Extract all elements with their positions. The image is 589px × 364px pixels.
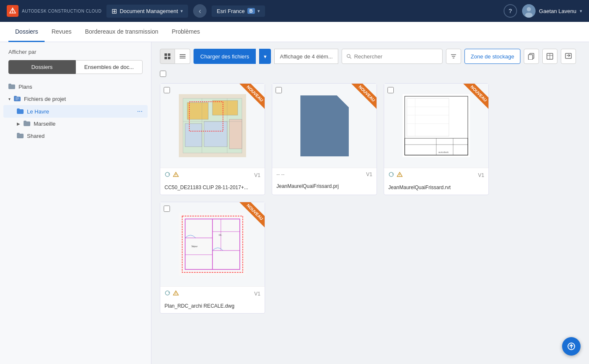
app-title-btn[interactable]: ⊞ Document Management ▾ (106, 5, 188, 18)
select-all-row (160, 71, 581, 78)
tab-dossiers[interactable]: Dossiers (8, 22, 45, 42)
file-checkbox[interactable] (387, 87, 394, 93)
svg-rect-14 (180, 58, 186, 58)
nouveau-badge: NOUVEAU (455, 84, 488, 117)
nouveau-badge-text: NOUVEAU (462, 84, 488, 110)
file-version: V1 (254, 172, 260, 178)
float-action-btn[interactable] (562, 337, 581, 356)
file-card: Séjour Ch. NOUVEAU (160, 202, 265, 314)
plans-label: Plans (19, 84, 143, 90)
svg-point-3 (527, 7, 531, 11)
select-all-checkbox[interactable] (160, 71, 166, 77)
upload-dropdown-btn[interactable]: ▾ (259, 49, 271, 64)
back-button[interactable]: ‹ (193, 4, 207, 18)
tab-bordereaux[interactable]: Bordereaux de transmission (78, 22, 165, 42)
file-name: JeanMaurelQuaiFrissard.rvt (384, 182, 488, 195)
project-badge: B (247, 8, 255, 14)
search-input[interactable] (354, 53, 438, 60)
le-havre-more-btn[interactable]: ··· (137, 108, 143, 115)
display-count-label: Affichage de 4 élém... (274, 49, 338, 64)
file-version: V1 (366, 171, 372, 177)
file-card: NOUVEAU V1 CC50_DE21183 CLIP 28-11-2017+ (160, 83, 265, 195)
view-toggle-group: Dossiers Ensembles de doc... (8, 60, 143, 74)
svg-rect-13 (180, 56, 186, 57)
file-thumbnail: Séjour Ch. NOUVEAU (160, 202, 265, 286)
file-checkbox[interactable] (164, 206, 170, 212)
project-selector[interactable]: Esri France B ▾ (212, 5, 265, 17)
nouveau-badge-text: NOUVEAU (239, 84, 265, 110)
file-card-footer: V1 (384, 168, 488, 182)
table-btn[interactable] (542, 49, 557, 64)
file-version: V1 (254, 291, 260, 297)
upload-arrow-icon: ▾ (264, 53, 267, 60)
svg-rect-9 (168, 53, 170, 56)
nouveau-badge: NOUVEAU (343, 84, 377, 117)
le-havre-folder-icon (17, 108, 24, 115)
content-area: Charger des fichiers ▾ Affichage de 4 él… (151, 42, 589, 364)
main-layout: Afficher par Dossiers Ensembles de doc..… (0, 42, 589, 364)
grid-view-btn[interactable] (160, 49, 175, 64)
search-icon (346, 53, 352, 59)
copy-icon (528, 53, 535, 60)
brand-label: AUTODESK CONSTRUCTION CLOUD (22, 9, 101, 13)
app-title-arrow: ▾ (180, 8, 183, 14)
svg-rect-12 (180, 54, 186, 55)
project-arrow: ▾ (257, 8, 260, 14)
expand-arrow-fichiers: ▾ (8, 97, 11, 101)
svg-rect-7 (16, 100, 18, 100)
svg-rect-11 (168, 57, 170, 59)
user-menu[interactable]: Gaetan Lavenu ▾ (522, 4, 582, 18)
dossiers-btn[interactable]: Dossiers (8, 60, 76, 74)
list-view-btn[interactable] (175, 49, 190, 64)
sidebar-item-plans[interactable]: Plans (3, 81, 148, 93)
app-logo: AUTODESK CONSTRUCTION CLOUD (7, 5, 101, 17)
sidebar-item-fichiers[interactable]: ▾ Fichiers de projet (3, 93, 148, 105)
file-card-icons: -- -- (276, 171, 284, 177)
svg-rect-33 (229, 119, 242, 149)
svg-rect-21 (528, 55, 533, 60)
export-btn[interactable] (561, 49, 576, 64)
file-name: JeanMaurelQuaiFrissard.prj (272, 181, 377, 193)
sync-icon (164, 290, 170, 297)
filter-btn[interactable] (446, 49, 461, 64)
file-name: Plan_RDC_archi RECALE.dwg (160, 301, 265, 313)
nouveau-badge: NOUVEAU (231, 202, 265, 236)
sidebar-item-marseille[interactable]: ▶ Marseille (3, 118, 148, 130)
table-icon (547, 53, 553, 60)
sidebar-item-shared[interactable]: Shared (3, 130, 148, 142)
sidebar-item-le-havre[interactable]: Le Havre ··· (3, 105, 148, 118)
tab-problemes[interactable]: Problèmes (165, 22, 207, 42)
svg-point-55 (399, 176, 400, 176)
export-icon (565, 53, 572, 60)
svg-rect-10 (164, 57, 167, 59)
nouveau-badge-text: NOUVEAU (239, 202, 265, 228)
upload-btn[interactable]: Charger des fichiers (194, 49, 256, 64)
fichiers-icon (14, 95, 21, 103)
file-checkbox[interactable] (276, 87, 282, 93)
svg-rect-25 (565, 53, 571, 58)
svg-point-4 (525, 13, 533, 18)
afficher-par-label: Afficher par (0, 49, 151, 60)
nouveau-badge-text: NOUVEAU (350, 84, 377, 110)
prj-preview (300, 95, 349, 156)
warn-icon (173, 290, 179, 297)
help-button[interactable]: ? (504, 4, 517, 18)
help-icon: ? (509, 8, 512, 14)
copy-btn[interactable] (524, 49, 539, 64)
tab-revues[interactable]: Revues (45, 22, 78, 42)
svg-rect-6 (16, 99, 19, 99)
file-thumbnail: NOUVEAU (160, 84, 265, 168)
file-checkbox[interactable] (164, 87, 170, 93)
toolbar: Charger des fichiers ▾ Affichage de 4 él… (160, 49, 581, 64)
ensembles-btn[interactable]: Ensembles de doc... (76, 60, 143, 74)
file-thumbnail: NOUVEAU (272, 84, 377, 168)
user-name-label: Gaetan Lavenu (539, 8, 576, 14)
filter-icon (450, 53, 457, 60)
file-card: autodesk NOUVEAU V1 (384, 83, 489, 195)
sync-icon (164, 171, 170, 179)
svg-rect-29 (187, 103, 208, 119)
warn-icon (397, 171, 403, 179)
project-name-label: Esri France (217, 8, 244, 14)
sidebar-tree: Plans ▾ Fichiers de projet Le Havre ··· (0, 81, 151, 142)
storage-btn[interactable]: Zone de stockage (464, 49, 520, 64)
